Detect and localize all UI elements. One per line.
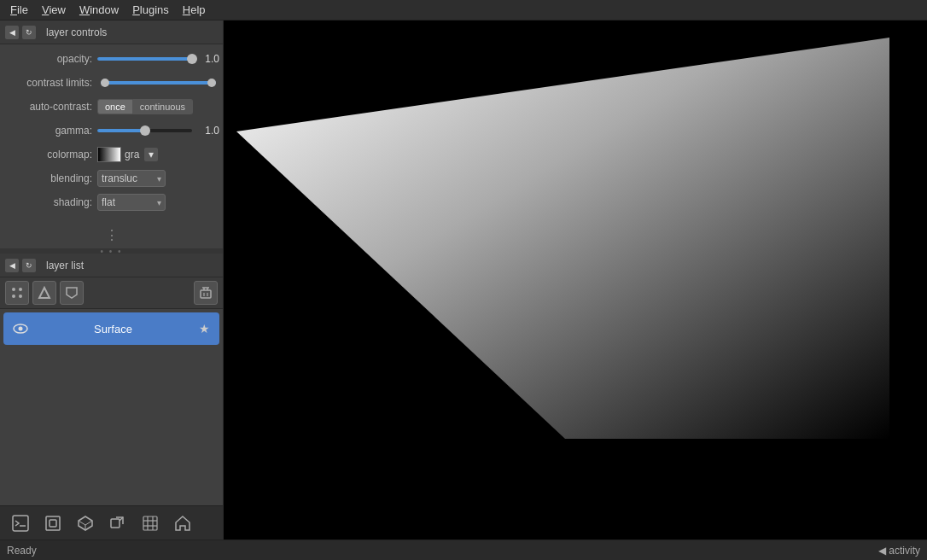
colormap-preview <box>97 147 121 162</box>
gamma-slider-fill <box>97 129 145 132</box>
terminal-button[interactable] <box>7 510 34 537</box>
gamma-slider-thumb[interactable] <box>140 125 150 136</box>
gamma-row: gamma: 1.0 <box>3 121 219 140</box>
add-points-icon <box>10 286 24 300</box>
auto-contrast-continuous-button[interactable]: continuous <box>133 99 193 114</box>
eye-icon <box>13 324 28 334</box>
auto-contrast-once-button[interactable]: once <box>97 99 133 114</box>
blending-row: blending: transluc ▾ <box>3 169 219 188</box>
shading-value: flat <box>102 196 157 208</box>
svg-rect-5 <box>201 290 211 298</box>
contrast-slider[interactable] <box>101 81 216 85</box>
colormap-label: colormap: <box>3 149 97 160</box>
2d-button[interactable] <box>39 510 67 537</box>
viewport[interactable] <box>224 20 927 540</box>
layer-name: Surface <box>32 323 194 335</box>
delete-layer-button[interactable] <box>194 281 218 305</box>
statusbar: Ready ◀ activity <box>0 540 927 560</box>
grid-button[interactable] <box>137 510 164 537</box>
shading-label: shading: <box>3 196 97 208</box>
add-labels-icon <box>65 286 79 300</box>
gamma-value: 1.0 <box>195 125 219 137</box>
colormap-control: gra ▾ <box>97 147 219 162</box>
layer-list-header: ◀ ↻ layer list <box>0 254 223 277</box>
layer-list-title: layer list <box>46 260 84 271</box>
shading-arrow-icon: ▾ <box>157 198 161 207</box>
ready-status: Ready <box>7 545 37 557</box>
3d-button[interactable] <box>72 510 99 537</box>
menu-plugins[interactable]: Plugins <box>125 2 176 18</box>
svg-rect-18 <box>111 519 120 528</box>
opacity-value: 1.0 <box>195 53 219 65</box>
svg-point-0 <box>12 288 15 291</box>
svg-rect-16 <box>50 520 56 527</box>
collapse-icon[interactable]: ◀ <box>5 26 19 39</box>
add-shapes-icon <box>38 286 51 300</box>
auto-contrast-control: once continuous <box>97 99 219 114</box>
layer-list-toolbar <box>0 277 223 309</box>
main-area: ◀ ↻ layer controls opacity: 1.0 <box>0 20 927 540</box>
add-points-button[interactable] <box>5 281 29 305</box>
layer-list-collapse-icon[interactable]: ◀ <box>5 259 19 272</box>
blending-value: transluc <box>102 172 157 184</box>
auto-contrast-label: auto-contrast: <box>3 101 97 113</box>
opacity-slider-thumb[interactable] <box>187 54 197 64</box>
opacity-control: 1.0 <box>97 53 219 65</box>
svg-point-3 <box>19 295 22 298</box>
activity-button[interactable]: ◀ activity <box>878 545 920 557</box>
blending-arrow-icon: ▾ <box>157 174 161 184</box>
svg-rect-23 <box>143 516 157 530</box>
gamma-control: 1.0 <box>97 125 219 137</box>
layer-controls-title: layer controls <box>46 26 107 38</box>
terminal-icon <box>12 515 29 532</box>
refresh-icon[interactable]: ↻ <box>22 26 36 39</box>
colormap-dropdown-arrow[interactable]: ▾ <box>144 148 158 161</box>
layer-items-list: Surface ★ <box>0 309 223 411</box>
layer-list-refresh-icon[interactable]: ↻ <box>22 259 36 272</box>
svg-rect-15 <box>46 516 60 530</box>
opacity-label: opacity: <box>3 53 97 65</box>
contrast-limits-control <box>97 81 219 85</box>
colormap-row: colormap: gra ▾ <box>3 145 219 164</box>
shading-select[interactable]: flat ▾ <box>97 194 166 211</box>
delete-icon <box>199 286 213 300</box>
svg-point-2 <box>12 295 15 298</box>
gamma-label: gamma: <box>3 125 97 137</box>
layer-list-section: ◀ ↻ layer list <box>0 254 223 505</box>
menu-view[interactable]: View <box>35 2 73 18</box>
layer-star-button[interactable]: ★ <box>194 318 214 339</box>
home-button[interactable] <box>169 510 196 537</box>
add-labels-button[interactable] <box>60 281 84 305</box>
blending-label: blending: <box>3 172 97 184</box>
layer-item[interactable]: Surface ★ <box>3 312 219 345</box>
roll-icon <box>109 515 126 532</box>
contrast-thumb-right[interactable] <box>207 79 216 87</box>
shading-control: flat ▾ <box>97 194 219 211</box>
more-options-button[interactable]: ⋮ <box>0 222 223 248</box>
opacity-slider-track[interactable] <box>97 57 192 61</box>
menu-file[interactable]: File <box>3 2 35 18</box>
layer-controls-header: ◀ ↻ layer controls <box>0 20 223 44</box>
2d-icon <box>44 515 61 532</box>
colormap-name: gra <box>125 149 139 160</box>
gamma-slider-track[interactable] <box>97 129 192 132</box>
contrast-limits-label: contrast limits: <box>3 77 97 89</box>
add-shapes-button[interactable] <box>32 281 56 305</box>
controls-body: opacity: 1.0 contrast limits: <box>0 44 223 222</box>
menu-window[interactable]: Window <box>73 2 125 18</box>
opacity-row: opacity: 1.0 <box>3 50 219 68</box>
bottom-toolbar <box>0 505 223 540</box>
layer-list-header-icons: ◀ ↻ <box>5 259 36 272</box>
blending-control: transluc ▾ <box>97 170 219 187</box>
home-icon <box>174 515 191 532</box>
svg-point-1 <box>19 288 22 291</box>
roll-button[interactable] <box>104 510 131 537</box>
layer-visibility-toggle[interactable] <box>9 317 32 341</box>
auto-contrast-row: auto-contrast: once continuous <box>3 97 219 116</box>
menu-help[interactable]: Help <box>176 2 213 18</box>
left-panel: ◀ ↻ layer controls opacity: 1.0 <box>0 20 224 540</box>
contrast-thumb-left[interactable] <box>101 79 109 87</box>
svg-rect-13 <box>13 516 28 531</box>
shading-row: shading: flat ▾ <box>3 193 219 212</box>
blending-select[interactable]: transluc ▾ <box>97 170 166 187</box>
